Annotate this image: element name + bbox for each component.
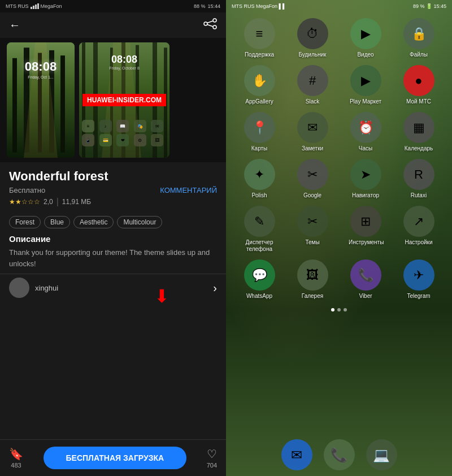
app-icon-item[interactable]: #Slack [288,65,337,105]
bookmark-section[interactable]: 🔖 483 [9,447,23,469]
red-arrow-indicator: ⬇ [154,285,169,307]
icon-label: Google [303,192,321,199]
mini-icon: 🎭 [134,120,146,132]
icon-label: Slack [306,98,319,105]
mini-icon: ✉ [151,120,163,132]
home-screen-preview: 08:08 Friday, October 8 ≡ ♪ 📖 🎭 ✉ 📱 💳 ❤ … [79,42,169,158]
page-dot-2 [337,308,341,311]
icon-circle: # [297,65,328,96]
top-nav: ← [0,12,226,38]
app-icon-item[interactable]: ●Мой МТС [394,65,443,105]
icon-label: Инструменты [349,239,383,246]
icon-circle: R [403,159,434,190]
app-icon-item[interactable]: ✉Заметки [288,112,337,152]
right-time-battery: 89 % 🔋 15:45 [413,3,446,9]
icon-circle: ↗ [403,206,434,237]
carrier-info: MTS RUS MegaFon [6,3,62,9]
comments-link[interactable]: КОММЕНТАРИЙ [160,186,217,194]
mini-icon: 💳 [99,134,112,146]
dock-laptop[interactable]: 💻 [366,439,397,470]
icon-circle: ● [403,65,434,96]
app-icon-item[interactable]: 💬WhatsApp [235,259,284,300]
mini-icons-grid: ≡ ♪ 📖 🎭 ✉ 📱 💳 ❤ ⚙ 🖼 [82,120,167,146]
status-bar-left: MTS RUS MegaFon 88 % 15:44 [0,0,226,12]
forest-background: 08:08 Friday, Oct 1... [7,42,75,158]
app-icon-item[interactable]: ⏰Часы [341,112,390,152]
app-icon-item[interactable]: ✎Диспетчер телефона [235,206,284,253]
tags-row: Forest Blue Aesthetic Multicolour [0,216,226,234]
svg-line-4 [207,25,213,27]
svg-line-3 [207,21,213,23]
home-time: 08:08 [111,54,137,66]
back-button[interactable]: ← [9,19,20,32]
like-section[interactable]: ♡ 704 [207,447,217,469]
icon-label: Play Маркет [350,98,381,105]
heart-icon: ♡ [207,447,217,461]
tree-silhouette: 08:08 Friday, Oct 1... [7,42,75,158]
status-bar-right: MTS RUS MegaFon ▌▌ 89 % 🔋 15:45 [226,0,452,12]
svg-point-0 [213,19,216,22]
app-icon-item[interactable]: ≡Поддержка [235,18,284,58]
icon-label: Календарь [405,145,433,152]
tag-blue[interactable]: Blue [44,216,70,228]
app-icon-item[interactable]: ✂Google [288,159,337,199]
icon-label: Rutaxi [411,192,427,199]
signal-bar-2 [33,6,34,9]
app-icon-item[interactable]: 📍Карты [235,112,284,152]
app-icon-item[interactable]: 📞Viber [341,259,390,300]
app-icon-item[interactable]: RRutaxi [394,159,443,199]
desc-text: Thank you for supporting our theme! The … [9,247,217,269]
app-icon-item[interactable]: ✦Polish [235,159,284,199]
page-dot-1 [331,308,334,311]
dock-messages[interactable]: ✉ [281,439,312,470]
reviewer-avatar [9,278,29,298]
app-icon-item[interactable]: ▶Play Маркет [341,65,390,105]
icon-circle: 🔒 [403,18,434,49]
icon-circle: ✎ [244,206,275,237]
app-icon-item[interactable]: ⊞Инструменты [341,206,390,253]
mini-icon: 🖼 [151,134,163,146]
icon-circle: ✂ [297,159,328,190]
right-panel: MTS RUS MegaFon ▌▌ 89 % 🔋 15:45 ≡Поддерж… [226,0,452,476]
tag-aesthetic[interactable]: Aesthetic [73,216,114,228]
app-title: Wonderful forest [9,169,217,184]
app-icon-item[interactable]: ✋AppGallery [235,65,284,105]
bookmark-count: 483 [11,462,21,469]
svg-point-1 [213,25,216,29]
mini-icon: ♪ [99,120,112,132]
page-dot-3 [344,308,347,311]
tag-multicolour[interactable]: Multicolour [117,216,162,228]
icon-circle: 🖼 [297,259,328,291]
app-icon-item[interactable]: ✈Telegram [394,259,443,300]
carrier2-text: MegaFon [41,3,62,9]
app-icon-item[interactable]: 🖼Галерея [288,259,337,300]
icon-circle: ➤ [350,159,381,190]
download-button[interactable]: БЕСПЛАТНАЯ ЗАГРУЗКА [44,447,187,469]
file-size: 11,91 МБ [62,198,91,206]
reviewer-chevron: › [213,282,217,295]
mini-icon: 📱 [82,134,94,146]
dock-phone[interactable]: 📞 [324,439,355,470]
lock-screen-preview: 08:08 Friday, Oct 1... [7,42,75,158]
app-icon-item[interactable]: ⏱Будильник [288,18,337,58]
share-button[interactable] [203,18,217,32]
app-icon-item[interactable]: ➤Навигатор [341,159,390,199]
bottom-bar: 🔖 483 БЕСПЛАТНАЯ ЗАГРУЗКА ♡ 704 [0,439,226,476]
app-icon-item[interactable]: 🔒Файлы [394,18,443,58]
app-icon-item[interactable]: ▶Видео [341,18,390,58]
icon-label: WhatsApp [246,293,272,300]
desc-title: Описание [9,234,217,244]
mini-icon: ⚙ [134,134,146,146]
icon-circle: ≡ [244,18,275,49]
icons-grid: ≡Поддержка⏱Будильник▶Видео🔒Файлы✋AppGall… [226,12,452,305]
tag-forest[interactable]: Forest [9,216,41,228]
svg-rect-10 [60,55,65,153]
app-icon-item[interactable]: ✂Темы [288,206,337,253]
signal-bars [31,3,39,9]
like-count: 704 [207,462,217,469]
icon-label: Будильник [299,51,327,58]
app-icon-item[interactable]: ↗Настройки [394,206,443,253]
icon-label: Видео [357,51,373,58]
review-section[interactable]: xinghui ⬇ › [0,274,226,301]
app-icon-item[interactable]: ▦Календарь [394,112,443,152]
